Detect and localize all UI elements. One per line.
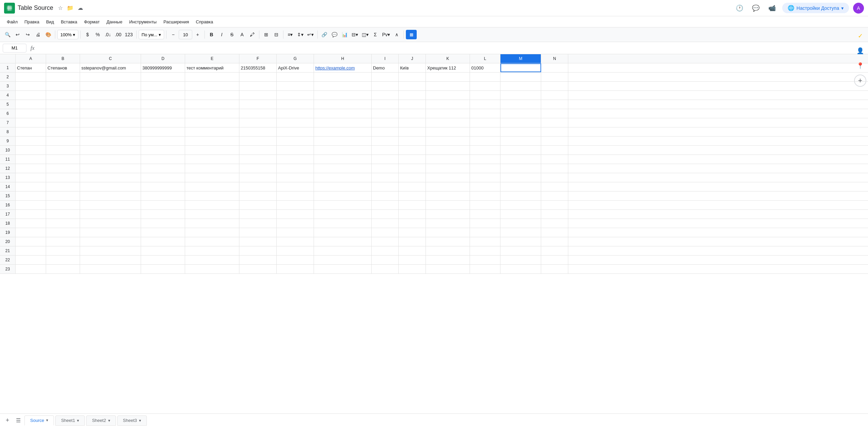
cell-I7[interactable]	[372, 118, 399, 127]
star-icon[interactable]: ☆	[58, 5, 63, 11]
cell-C17[interactable]	[80, 210, 141, 219]
cell-E2[interactable]	[185, 73, 239, 81]
cell-G17[interactable]	[277, 210, 314, 219]
cell-J20[interactable]	[399, 237, 426, 246]
cell-H11[interactable]	[314, 155, 372, 164]
cell-A22[interactable]	[16, 256, 46, 264]
cell-E21[interactable]	[185, 246, 239, 255]
cell-H19[interactable]	[314, 228, 372, 237]
col-header-i[interactable]: I	[372, 54, 399, 63]
cell-D20[interactable]	[141, 237, 185, 246]
cell-A8[interactable]	[16, 127, 46, 136]
cell-reference[interactable]: M1	[3, 44, 26, 53]
cell-I2[interactable]	[372, 73, 399, 81]
user-avatar[interactable]: A	[853, 3, 864, 14]
cell-N23[interactable]	[541, 265, 568, 273]
cell-K3[interactable]	[426, 82, 470, 90]
cell-N7[interactable]	[541, 118, 568, 127]
cell-D22[interactable]	[141, 256, 185, 264]
cell-H23[interactable]	[314, 265, 372, 273]
cell-f1[interactable]: 2150355158	[239, 63, 277, 72]
paint-format-button[interactable]: 🎨	[43, 30, 53, 39]
number-format-button[interactable]: 123	[123, 30, 134, 39]
cell-N6[interactable]	[541, 109, 568, 118]
cell-E8[interactable]	[185, 127, 239, 136]
italic-button[interactable]: I	[217, 30, 226, 39]
cell-F12[interactable]	[239, 164, 277, 173]
cell-K7[interactable]	[426, 118, 470, 127]
cell-E17[interactable]	[185, 210, 239, 219]
cell-A12[interactable]	[16, 164, 46, 173]
redo-button[interactable]: ↪	[23, 30, 33, 39]
search-button[interactable]: 🔍	[3, 30, 12, 39]
cell-K19[interactable]	[426, 228, 470, 237]
cell-l1[interactable]: 01000	[470, 63, 500, 72]
folder-icon[interactable]: 📁	[67, 5, 74, 11]
cell-K14[interactable]	[426, 182, 470, 191]
col-header-b[interactable]: B	[46, 54, 80, 63]
history-icon[interactable]: 🕐	[733, 2, 746, 14]
cell-G7[interactable]	[277, 118, 314, 127]
cell-D8[interactable]	[141, 127, 185, 136]
tasks-sidebar-icon[interactable]: ✓	[854, 30, 866, 42]
cell-B3[interactable]	[46, 82, 80, 90]
cell-B11[interactable]	[46, 155, 80, 164]
cell-A2[interactable]	[16, 73, 46, 81]
cell-G4[interactable]	[277, 91, 314, 100]
cell-h1[interactable]: https://example.com	[314, 63, 372, 72]
cell-M22[interactable]	[500, 256, 541, 264]
cell-M21[interactable]	[500, 246, 541, 255]
cell-H3[interactable]	[314, 82, 372, 90]
cell-D7[interactable]	[141, 118, 185, 127]
cell-H10[interactable]	[314, 146, 372, 155]
cell-J22[interactable]	[399, 256, 426, 264]
cell-G14[interactable]	[277, 182, 314, 191]
cell-A19[interactable]	[16, 228, 46, 237]
col-header-k[interactable]: K	[426, 54, 470, 63]
cell-L23[interactable]	[470, 265, 500, 273]
increase-decimals-button[interactable]: .00	[113, 30, 123, 39]
bold-button[interactable]: B	[207, 30, 216, 39]
sheet-tab-source[interactable]: Source ▾	[24, 415, 54, 426]
cell-L11[interactable]	[470, 155, 500, 164]
chart-button[interactable]: 📊	[340, 30, 350, 39]
fill-color-button[interactable]: 🖍	[248, 30, 257, 39]
cell-G21[interactable]	[277, 246, 314, 255]
cell-C16[interactable]	[80, 201, 141, 209]
cell-F19[interactable]	[239, 228, 277, 237]
input-tools-button[interactable]: Рv▾	[381, 30, 391, 39]
cell-F5[interactable]	[239, 100, 277, 109]
cell-M14[interactable]	[500, 182, 541, 191]
cell-M23[interactable]	[500, 265, 541, 273]
sheet-tab-sheet3[interactable]: Sheet3 ▾	[117, 415, 147, 426]
cell-N13[interactable]	[541, 173, 568, 182]
cell-E18[interactable]	[185, 219, 239, 228]
cell-N8[interactable]	[541, 127, 568, 136]
cell-A9[interactable]	[16, 137, 46, 145]
cell-K23[interactable]	[426, 265, 470, 273]
cell-D15[interactable]	[141, 191, 185, 200]
cell-C12[interactable]	[80, 164, 141, 173]
menu-view[interactable]: Вид	[43, 18, 57, 26]
wrap-button[interactable]: ↵▾	[306, 30, 315, 39]
sheet-tab-sheet1[interactable]: Sheet1 ▾	[55, 415, 85, 426]
add-sheet-button[interactable]: +	[3, 416, 12, 425]
cell-k1[interactable]: Хрещатик 112	[426, 63, 470, 72]
cell-J10[interactable]	[399, 146, 426, 155]
font-size-increase-button[interactable]: +	[193, 30, 202, 39]
cell-K10[interactable]	[426, 146, 470, 155]
cell-E4[interactable]	[185, 91, 239, 100]
merge-cells-button[interactable]: ⊟	[272, 30, 281, 39]
cell-L20[interactable]	[470, 237, 500, 246]
percent-button[interactable]: %	[93, 30, 102, 39]
cell-E16[interactable]	[185, 201, 239, 209]
cell-B2[interactable]	[46, 73, 80, 81]
cell-L19[interactable]	[470, 228, 500, 237]
cell-L4[interactable]	[470, 91, 500, 100]
cell-K17[interactable]	[426, 210, 470, 219]
cell-N11[interactable]	[541, 155, 568, 164]
cell-F3[interactable]	[239, 82, 277, 90]
cell-B6[interactable]	[46, 109, 80, 118]
cell-D4[interactable]	[141, 91, 185, 100]
cell-H6[interactable]	[314, 109, 372, 118]
